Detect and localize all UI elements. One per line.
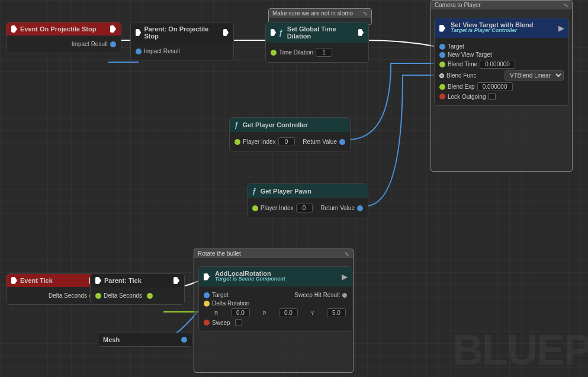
lock-outgoing-row: Lock Outgoing [439,93,564,100]
blend-time-label: Blend Time [448,61,477,67]
gpc-player-index-input[interactable] [278,137,295,146]
exec-out-view-target[interactable]: ▶ [558,24,564,33]
view-target-label: Target [448,43,464,50]
alr-delta-p-input[interactable] [279,308,298,317]
event-tick-title: Event Tick [20,277,53,284]
mesh-out-pin[interactable] [181,337,187,343]
get-player-pawn-title: Get Player Pawn [261,188,311,195]
event-tick-delta-row: Delta Seconds [11,292,95,299]
node-set-view-target: Set View Target with Blend Target is Pla… [434,18,569,106]
gpp-return-pin[interactable] [357,205,363,211]
alr-delta-rot-pin[interactable] [204,301,210,307]
parent-tick-delta-in-pin[interactable] [95,293,101,299]
exec-in-view-target[interactable] [439,25,445,32]
gpp-player-index-label: Player Index [261,205,294,211]
get-player-pawn-body: Player Index Return Value [248,198,368,218]
new-view-target-row: New View Target [439,51,564,58]
exec-in-set-time[interactable] [271,29,276,36]
exec-in-parent-tick[interactable] [95,277,101,284]
alr-delta-rotation-row: Delta Rotation [204,300,347,307]
alr-sweep-label: Sweep [212,320,230,326]
blend-exp-pin[interactable] [439,84,445,90]
alr-target-label: Target [212,292,229,298]
gpp-player-index-input[interactable] [296,204,313,212]
impact-result-label: Impact Result [72,41,108,47]
exec-pin-event-projectile [11,25,17,33]
alr-target-pin[interactable] [204,292,210,298]
comment-make-sure-resize[interactable]: ⤡ [363,11,368,17]
alr-sweep-hit-label: Sweep Hit Result [294,292,340,298]
set-view-target-body: Target New View Target Blend Time Blend … [435,38,568,105]
comment-rotate-resize[interactable]: ⤡ [345,251,349,257]
lock-outgoing-checkbox[interactable] [489,93,496,100]
node-mesh: Mesh [98,333,192,347]
time-dilation-input[interactable] [316,48,332,57]
blend-time-input[interactable] [480,60,515,69]
node-set-global-time: ƒ Set Global Time Dilation Time Dilation [265,22,369,63]
alr-sweep-pin[interactable] [204,320,210,326]
blend-time-row: Blend Time [439,60,564,69]
node-get-player-controller-header: ƒ Get Player Controller [230,118,350,132]
impact-result-pin[interactable] [110,41,116,47]
blend-exp-input[interactable] [477,82,513,91]
gpc-return-label: Return Value [303,138,337,145]
alr-sweep-row: Sweep [204,319,347,326]
new-view-target-label: New View Target [448,51,492,58]
node-mesh-header: Mesh [98,333,192,346]
parent-tick-title: Parent: Tick [104,277,142,284]
comment-camera-label: Camera to Player [435,2,481,8]
exec-out-parent-tick[interactable] [173,277,179,284]
exec-out-set-time[interactable] [358,29,364,36]
node-get-player-pawn: ƒ Get Player Pawn Player Index Return Va… [247,183,368,218]
parent-tick-body: Delta Seconds [91,287,184,304]
gpc-player-index-label: Player Index [243,138,276,145]
node-event-tick-header: Event Tick [7,274,100,287]
node-set-view-target-header: Set View Target with Blend Target is Pla… [435,18,568,38]
node-add-local-rotation: AddLocalRotation Target is Scene Compone… [198,266,352,332]
parent-impact-label: Impact Result [144,48,180,54]
alr-delta-r-input[interactable] [231,308,250,317]
alr-delta-y-input[interactable] [327,308,346,317]
exec-out-add-rot[interactable]: ▶ [342,273,347,281]
blend-time-pin[interactable] [439,62,445,67]
event-projectile-stop-body: Impact Result [7,36,121,53]
exec-in-parent-projectile[interactable] [136,29,141,36]
view-target-target-pin[interactable] [439,44,445,50]
blend-func-select[interactable]: VTBlend Linear [505,70,564,80]
lock-outgoing-pin[interactable] [439,94,445,99]
node-set-global-time-header: ƒ Set Global Time Dilation [266,22,368,43]
mesh-title: Mesh [103,336,120,343]
gpc-return-pin[interactable] [339,139,345,145]
get-player-controller-body: Player Index Return Value [230,132,350,152]
gpp-player-index-pin[interactable] [252,205,258,211]
get-player-controller-title: Get Player Controller [243,121,308,128]
alr-delta-values-row: R P Y [214,308,347,317]
comment-camera-resize[interactable]: ⤡ [564,2,568,8]
event-projectile-impact-row: Impact Result [11,41,116,47]
alr-sweep-hit-pin[interactable] [342,293,347,298]
set-global-time-body: Time Dilation [266,43,368,62]
new-view-target-pin[interactable] [439,52,445,58]
exec-out-parent-projectile[interactable] [223,29,229,36]
gpp-player-index-row: Player Index Return Value [252,204,363,212]
exec-in-add-rot[interactable] [204,273,210,281]
blend-exp-label: Blend Exp [448,83,475,90]
parent-impact-in-pin[interactable] [136,49,142,54]
func-icon-gpp: ƒ [252,187,256,195]
exec-pin-event-tick [11,277,17,284]
node-event-projectile-stop-header: Event On Projectile Stop [7,22,121,36]
parent-tick-delta-out-pin[interactable] [147,293,153,299]
alr-target-row: Target Sweep Hit Result [204,292,347,298]
node-parent-tick-header: Parent: Tick [91,274,184,287]
time-dilation-pin[interactable] [271,50,277,56]
blueprint-watermark: BLUEP [452,326,588,374]
exec-out-event-projectile[interactable] [110,25,116,33]
blend-func-pin[interactable] [439,73,444,78]
gpc-player-index-pin[interactable] [234,139,240,145]
node-add-local-rotation-header: AddLocalRotation Target is Scene Compone… [199,267,352,286]
add-local-rotation-subtitle: Target is Scene Component [215,276,339,282]
set-global-time-title: Set Global Time Dilation [287,25,355,40]
alr-sweep-checkbox[interactable] [235,319,242,326]
node-parent-projectile-stop: Parent: On Projectile Stop Impact Result [130,22,234,60]
event-tick-delta-label: Delta Seconds [49,292,87,299]
